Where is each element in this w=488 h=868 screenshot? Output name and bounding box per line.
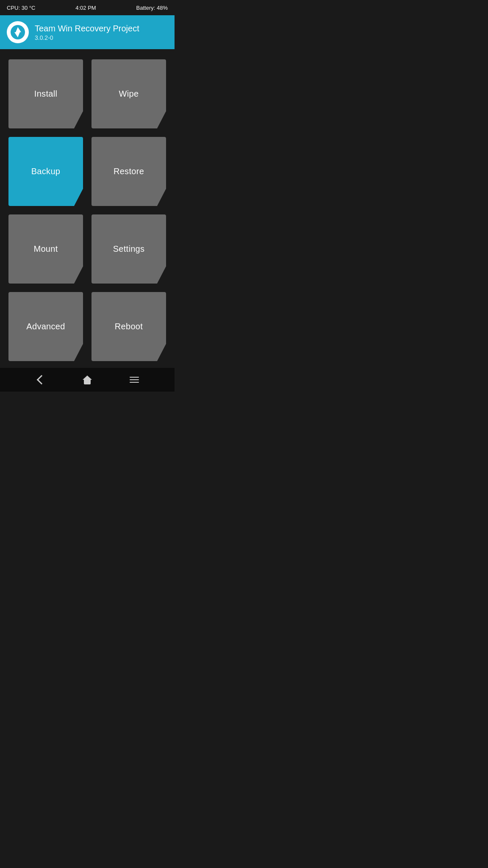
reboot-button[interactable]: Reboot xyxy=(92,292,166,361)
app-header: Team Win Recovery Project 3.0.2-0 xyxy=(0,15,175,49)
cpu-status: CPU: 30 °C xyxy=(7,5,35,11)
home-nav-button[interactable] xyxy=(78,370,97,389)
backup-label: Backup xyxy=(31,167,61,176)
status-bar: CPU: 30 °C 4:02 PM Battery: 48% xyxy=(0,0,175,15)
settings-button[interactable]: Settings xyxy=(92,214,166,284)
restore-label: Restore xyxy=(114,167,144,176)
reboot-label: Reboot xyxy=(115,322,143,331)
wipe-button[interactable]: Wipe xyxy=(92,59,166,128)
back-icon xyxy=(37,375,47,385)
mount-label: Mount xyxy=(33,244,58,254)
back-nav-button[interactable] xyxy=(31,370,50,389)
navigation-bar xyxy=(0,368,175,392)
menu-nav-button[interactable] xyxy=(125,370,144,389)
menu-icon xyxy=(130,377,139,383)
advanced-label: Advanced xyxy=(26,322,65,331)
home-icon xyxy=(83,376,92,384)
install-button[interactable]: Install xyxy=(8,59,83,128)
mount-button[interactable]: Mount xyxy=(8,214,83,284)
header-text-block: Team Win Recovery Project 3.0.2-0 xyxy=(35,23,139,41)
install-label: Install xyxy=(34,89,57,99)
app-title: Team Win Recovery Project xyxy=(35,23,139,33)
backup-button[interactable]: Backup xyxy=(8,137,83,206)
time-status: 4:02 PM xyxy=(75,5,96,11)
twrp-logo-icon xyxy=(10,25,25,40)
advanced-button[interactable]: Advanced xyxy=(8,292,83,361)
main-grid: Install Wipe Backup Restore Mount Settin… xyxy=(0,49,175,368)
app-version: 3.0.2-0 xyxy=(35,34,139,41)
settings-label: Settings xyxy=(113,244,145,254)
wipe-label: Wipe xyxy=(119,89,139,99)
battery-status: Battery: 48% xyxy=(136,5,168,11)
app-logo xyxy=(7,21,29,43)
restore-button[interactable]: Restore xyxy=(92,137,166,206)
